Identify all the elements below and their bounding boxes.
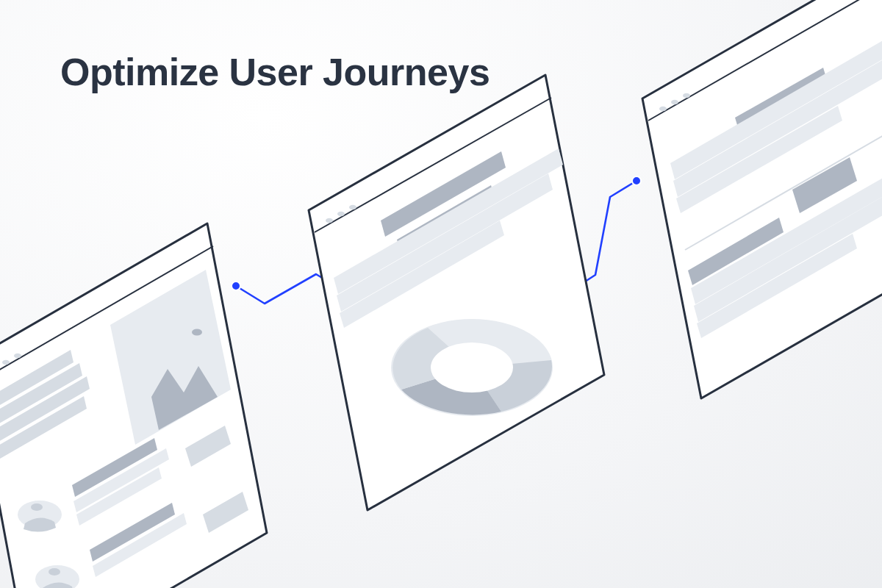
svg-point-30 <box>337 212 345 217</box>
svg-point-4 <box>632 176 641 185</box>
donut-chart-icon <box>391 319 553 416</box>
svg-point-43 <box>683 93 690 98</box>
svg-point-29 <box>326 218 333 223</box>
wireframe-profile-card <box>0 223 267 588</box>
diagram-stage: Optimize User Journeys <box>0 0 882 588</box>
wireframe-analytics-card <box>309 75 604 510</box>
svg-point-38 <box>431 343 513 392</box>
svg-point-41 <box>659 107 667 112</box>
svg-point-23 <box>49 568 60 576</box>
svg-point-18 <box>31 503 43 511</box>
svg-point-31 <box>349 205 356 210</box>
svg-point-17 <box>192 329 202 336</box>
svg-point-10 <box>14 354 21 359</box>
svg-point-9 <box>2 360 10 365</box>
journey-scene <box>0 0 882 588</box>
wireframe-article-card <box>642 0 882 398</box>
svg-point-1 <box>232 282 240 290</box>
svg-point-42 <box>671 100 678 105</box>
